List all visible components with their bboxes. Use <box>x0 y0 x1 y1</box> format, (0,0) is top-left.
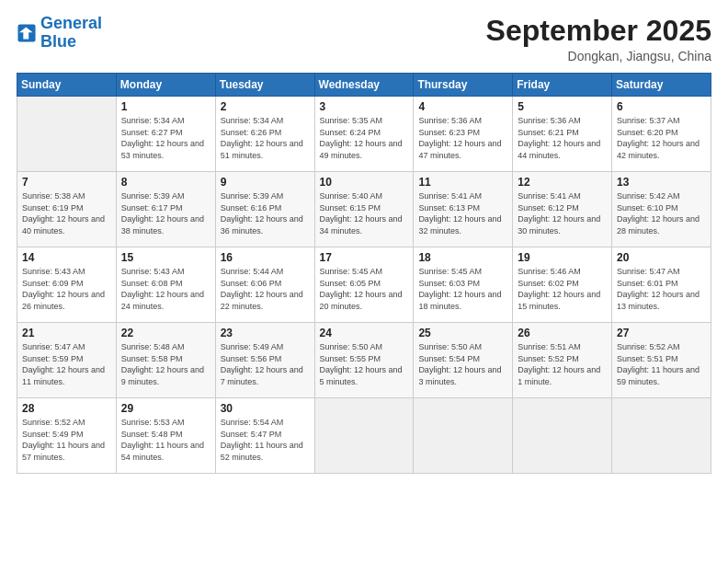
calendar-cell-w4-d4: 24Sunrise: 5:50 AM Sunset: 5:55 PM Dayli… <box>314 323 414 398</box>
day-info: Sunrise: 5:45 AM Sunset: 6:05 PM Dayligh… <box>320 266 409 312</box>
logo-text: General Blue <box>40 15 102 52</box>
title-block: September 2025 Dongkan, Jiangsu, China <box>486 15 711 63</box>
header-wednesday: Wednesday <box>314 74 414 97</box>
calendar-cell-w5-d7 <box>612 398 711 474</box>
day-number: 19 <box>518 251 607 264</box>
calendar-cell-w4-d7: 27Sunrise: 5:52 AM Sunset: 5:51 PM Dayli… <box>612 323 711 398</box>
calendar-cell-w3-d7: 20Sunrise: 5:47 AM Sunset: 6:01 PM Dayli… <box>612 247 711 323</box>
calendar-cell-w2-d5: 11Sunrise: 5:41 AM Sunset: 6:13 PM Dayli… <box>414 172 513 247</box>
header-friday: Friday <box>513 74 612 97</box>
day-number: 2 <box>221 100 310 113</box>
day-info: Sunrise: 5:47 AM Sunset: 5:59 PM Dayligh… <box>22 341 111 387</box>
calendar-cell-w4-d5: 25Sunrise: 5:50 AM Sunset: 5:54 PM Dayli… <box>414 323 513 398</box>
day-number: 29 <box>121 402 210 415</box>
calendar-week-1: 1Sunrise: 5:34 AM Sunset: 6:27 PM Daylig… <box>17 97 711 172</box>
day-info: Sunrise: 5:52 AM Sunset: 5:51 PM Dayligh… <box>617 341 706 387</box>
calendar-cell-w4-d3: 23Sunrise: 5:49 AM Sunset: 5:56 PM Dayli… <box>215 323 314 398</box>
calendar-cell-w1-d7: 6Sunrise: 5:37 AM Sunset: 6:20 PM Daylig… <box>612 97 711 172</box>
calendar-cell-w3-d2: 15Sunrise: 5:43 AM Sunset: 6:08 PM Dayli… <box>116 247 215 323</box>
day-info: Sunrise: 5:41 AM Sunset: 6:12 PM Dayligh… <box>518 190 607 236</box>
day-number: 10 <box>320 176 409 189</box>
day-number: 25 <box>418 327 507 339</box>
day-number: 11 <box>418 176 507 189</box>
day-info: Sunrise: 5:39 AM Sunset: 6:17 PM Dayligh… <box>121 190 210 236</box>
day-info: Sunrise: 5:52 AM Sunset: 5:49 PM Dayligh… <box>22 417 111 463</box>
calendar-week-4: 21Sunrise: 5:47 AM Sunset: 5:59 PM Dayli… <box>17 323 711 398</box>
day-info: Sunrise: 5:36 AM Sunset: 6:23 PM Dayligh… <box>418 115 507 161</box>
day-info: Sunrise: 5:43 AM Sunset: 6:08 PM Dayligh… <box>121 266 210 312</box>
day-info: Sunrise: 5:39 AM Sunset: 6:16 PM Dayligh… <box>221 190 310 236</box>
day-number: 9 <box>221 176 310 189</box>
day-info: Sunrise: 5:34 AM Sunset: 6:26 PM Dayligh… <box>221 115 310 161</box>
day-number: 4 <box>418 100 507 113</box>
day-info: Sunrise: 5:53 AM Sunset: 5:48 PM Dayligh… <box>121 417 210 463</box>
calendar-cell-w4-d2: 22Sunrise: 5:48 AM Sunset: 5:58 PM Dayli… <box>116 323 215 398</box>
calendar-cell-w1-d1 <box>17 97 117 172</box>
calendar-cell-w2-d3: 9Sunrise: 5:39 AM Sunset: 6:16 PM Daylig… <box>215 172 314 247</box>
day-number: 26 <box>518 327 607 339</box>
header: General Blue September 2025 Dongkan, Jia… <box>17 15 711 63</box>
day-info: Sunrise: 5:54 AM Sunset: 5:47 PM Dayligh… <box>221 417 310 463</box>
day-info: Sunrise: 5:34 AM Sunset: 6:27 PM Dayligh… <box>121 115 210 161</box>
day-info: Sunrise: 5:50 AM Sunset: 5:55 PM Dayligh… <box>320 341 409 387</box>
day-number: 14 <box>22 251 111 264</box>
day-info: Sunrise: 5:50 AM Sunset: 5:54 PM Dayligh… <box>418 341 507 387</box>
calendar-cell-w5-d5 <box>414 398 513 474</box>
logo: General Blue <box>17 15 102 52</box>
day-info: Sunrise: 5:46 AM Sunset: 6:02 PM Dayligh… <box>518 266 607 312</box>
day-number: 5 <box>518 100 607 113</box>
calendar-cell-w4-d6: 26Sunrise: 5:51 AM Sunset: 5:52 PM Dayli… <box>513 323 612 398</box>
day-info: Sunrise: 5:35 AM Sunset: 6:24 PM Dayligh… <box>320 115 409 161</box>
calendar-cell-w5-d6 <box>513 398 612 474</box>
header-saturday: Saturday <box>612 74 711 97</box>
calendar-cell-w4-d1: 21Sunrise: 5:47 AM Sunset: 5:59 PM Dayli… <box>17 323 117 398</box>
day-info: Sunrise: 5:51 AM Sunset: 5:52 PM Dayligh… <box>518 341 607 387</box>
day-number: 30 <box>221 402 310 415</box>
calendar-cell-w2-d6: 12Sunrise: 5:41 AM Sunset: 6:12 PM Dayli… <box>513 172 612 247</box>
calendar-cell-w3-d6: 19Sunrise: 5:46 AM Sunset: 6:02 PM Dayli… <box>513 247 612 323</box>
calendar-cell-w5-d2: 29Sunrise: 5:53 AM Sunset: 5:48 PM Dayli… <box>116 398 215 474</box>
calendar-cell-w3-d5: 18Sunrise: 5:45 AM Sunset: 6:03 PM Dayli… <box>414 247 513 323</box>
day-number: 7 <box>22 176 111 189</box>
day-number: 18 <box>418 251 507 264</box>
calendar-header-row: Sunday Monday Tuesday Wednesday Thursday… <box>17 74 711 97</box>
calendar-cell-w3-d4: 17Sunrise: 5:45 AM Sunset: 6:05 PM Dayli… <box>314 247 414 323</box>
day-info: Sunrise: 5:41 AM Sunset: 6:13 PM Dayligh… <box>418 190 507 236</box>
page-container: General Blue September 2025 Dongkan, Jia… <box>0 0 728 483</box>
logo-blue: Blue <box>40 32 76 51</box>
day-number: 8 <box>121 176 210 189</box>
calendar-cell-w2-d2: 8Sunrise: 5:39 AM Sunset: 6:17 PM Daylig… <box>116 172 215 247</box>
header-sunday: Sunday <box>17 74 117 97</box>
day-number: 24 <box>320 327 409 339</box>
day-info: Sunrise: 5:48 AM Sunset: 5:58 PM Dayligh… <box>121 341 210 387</box>
calendar-cell-w1-d2: 1Sunrise: 5:34 AM Sunset: 6:27 PM Daylig… <box>116 97 215 172</box>
day-number: 21 <box>22 327 111 339</box>
calendar-cell-w2-d7: 13Sunrise: 5:42 AM Sunset: 6:10 PM Dayli… <box>612 172 711 247</box>
calendar-cell-w5-d4 <box>314 398 414 474</box>
calendar-cell-w2-d4: 10Sunrise: 5:40 AM Sunset: 6:15 PM Dayli… <box>314 172 414 247</box>
day-info: Sunrise: 5:42 AM Sunset: 6:10 PM Dayligh… <box>617 190 706 236</box>
calendar-table: Sunday Monday Tuesday Wednesday Thursday… <box>17 73 711 474</box>
calendar-cell-w5-d1: 28Sunrise: 5:52 AM Sunset: 5:49 PM Dayli… <box>17 398 117 474</box>
day-number: 22 <box>121 327 210 339</box>
day-info: Sunrise: 5:40 AM Sunset: 6:15 PM Dayligh… <box>320 190 409 236</box>
day-info: Sunrise: 5:38 AM Sunset: 6:19 PM Dayligh… <box>22 190 111 236</box>
day-info: Sunrise: 5:36 AM Sunset: 6:21 PM Dayligh… <box>518 115 607 161</box>
calendar-cell-w1-d4: 3Sunrise: 5:35 AM Sunset: 6:24 PM Daylig… <box>314 97 414 172</box>
calendar-cell-w5-d3: 30Sunrise: 5:54 AM Sunset: 5:47 PM Dayli… <box>215 398 314 474</box>
day-number: 6 <box>617 100 706 113</box>
day-number: 15 <box>121 251 210 264</box>
calendar-week-5: 28Sunrise: 5:52 AM Sunset: 5:49 PM Dayli… <box>17 398 711 474</box>
day-number: 12 <box>518 176 607 189</box>
header-monday: Monday <box>116 74 215 97</box>
day-info: Sunrise: 5:43 AM Sunset: 6:09 PM Dayligh… <box>22 266 111 312</box>
month-title: September 2025 <box>486 15 711 47</box>
header-thursday: Thursday <box>414 74 513 97</box>
day-number: 13 <box>617 176 706 189</box>
day-number: 1 <box>121 100 210 113</box>
calendar-cell-w2-d1: 7Sunrise: 5:38 AM Sunset: 6:19 PM Daylig… <box>17 172 117 247</box>
day-number: 20 <box>617 251 706 264</box>
day-number: 28 <box>22 402 111 415</box>
day-number: 27 <box>617 327 706 339</box>
day-info: Sunrise: 5:47 AM Sunset: 6:01 PM Dayligh… <box>617 266 706 312</box>
